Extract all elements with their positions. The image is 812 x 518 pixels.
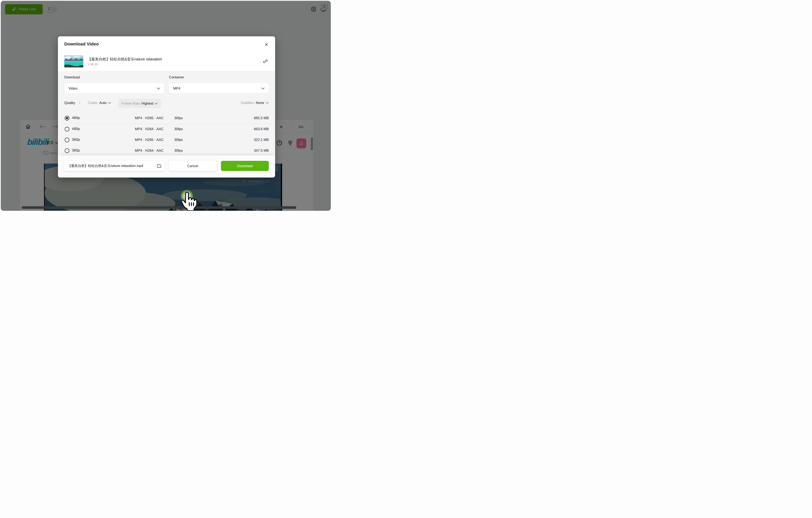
format-option-row[interactable]: 360p MP4 · H264 · AAC 30fps 347.5 MB bbox=[64, 145, 269, 155]
subtitles-value: None bbox=[256, 101, 264, 105]
framerate-value: Highest bbox=[142, 101, 153, 105]
format-codec: MP4 · H265 · AAC bbox=[135, 116, 164, 120]
format-resolution: 480p bbox=[72, 127, 80, 131]
format-fps: 30fps bbox=[174, 127, 183, 131]
format-option-row[interactable]: 480p MP4 · H265 · AAC 30fps 685.5 MB bbox=[64, 113, 269, 124]
container-value: MP4 bbox=[173, 86, 180, 90]
copy-link-button[interactable] bbox=[262, 58, 268, 64]
format-size: 347.5 MB bbox=[254, 149, 269, 153]
format-codec: MP4 · H264 · AAC bbox=[135, 127, 164, 131]
format-fps: 30fps bbox=[174, 116, 183, 120]
format-fps: 30fps bbox=[174, 138, 183, 142]
format-resolution: 360p bbox=[72, 138, 80, 142]
download-section-label: Download bbox=[64, 75, 80, 79]
format-option-row[interactable]: 480p MP4 · H264 · AAC 30fps 663.6 MB bbox=[64, 124, 269, 134]
quality-options-row: Quality i Codec Auto Frame Rate Highest bbox=[64, 99, 269, 108]
download-label: Download bbox=[237, 164, 253, 168]
dialog-header: Download Video ✕ bbox=[58, 36, 275, 71]
filename-input[interactable]: 【最美自然】轻松自然&音乐nature relaxation.mp4 bbox=[64, 161, 164, 171]
codec-value: Auto bbox=[99, 101, 107, 105]
info-icon[interactable]: i bbox=[79, 101, 80, 105]
subtitles-label: Subtitles bbox=[241, 101, 254, 105]
container-select[interactable]: MP4 bbox=[169, 83, 269, 93]
chevron-down-icon bbox=[157, 86, 160, 90]
radio-button[interactable] bbox=[65, 138, 69, 142]
framerate-dropdown[interactable]: Frame Rate Highest bbox=[118, 99, 161, 108]
screen: Paste Link bbox=[0, 0, 331, 212]
dialog-title: Download Video bbox=[64, 41, 99, 47]
codec-label: Codec bbox=[88, 101, 98, 105]
format-resolution: 480p bbox=[72, 116, 80, 120]
codec-dropdown[interactable]: Codec Auto bbox=[88, 101, 111, 105]
app-window: Paste Link bbox=[1, 1, 331, 211]
radio-button[interactable] bbox=[65, 116, 69, 120]
dialog-close-button[interactable]: ✕ bbox=[263, 41, 270, 48]
chevron-down-icon bbox=[266, 101, 269, 105]
dialog-footer: 【最美自然】轻松自然&音乐nature relaxation.mp4 Cance… bbox=[58, 155, 275, 178]
format-resolution: 360p bbox=[72, 148, 80, 153]
format-size: 322.1 MB bbox=[254, 138, 269, 142]
video-thumbnail bbox=[64, 55, 83, 67]
cancel-button[interactable]: Cancel bbox=[169, 161, 217, 171]
video-duration: 1:36:35 bbox=[87, 62, 98, 66]
format-size: 685.5 MB bbox=[254, 116, 269, 120]
radio-button[interactable] bbox=[65, 148, 69, 153]
close-icon: ✕ bbox=[265, 42, 268, 47]
download-type-select[interactable]: Video bbox=[64, 83, 164, 93]
chevron-down-icon bbox=[155, 101, 157, 105]
format-codec: MP4 · H264 · AAC bbox=[135, 149, 164, 153]
download-button[interactable]: Download bbox=[221, 161, 269, 171]
radio-button[interactable] bbox=[65, 127, 69, 131]
format-fps: 30fps bbox=[174, 149, 183, 153]
chevron-down-icon bbox=[261, 86, 264, 90]
download-type-value: Video bbox=[68, 86, 78, 90]
folder-icon[interactable] bbox=[157, 163, 162, 169]
format-list: 480p MP4 · H265 · AAC 30fps 685.5 MB 480… bbox=[64, 113, 269, 155]
download-video-dialog: Download Video ✕ bbox=[58, 36, 275, 178]
framerate-label: Frame Rate bbox=[122, 101, 140, 105]
format-option-row[interactable]: 360p MP4 · H265 · AAC 30fps 322.1 MB bbox=[64, 134, 269, 145]
filename-value: 【最美自然】轻松自然&音乐nature relaxation.mp4 bbox=[68, 164, 143, 168]
link-icon bbox=[262, 61, 268, 65]
quality-label: Quality bbox=[64, 101, 75, 105]
subtitles-dropdown[interactable]: Subtitles None bbox=[241, 101, 269, 105]
chevron-down-icon bbox=[108, 101, 111, 105]
format-size: 663.6 MB bbox=[254, 127, 269, 131]
format-codec: MP4 · H265 · AAC bbox=[135, 138, 164, 142]
container-section-label: Container bbox=[169, 75, 184, 79]
header-divider bbox=[64, 51, 269, 52]
video-title: 【最美自然】轻松自然&音乐nature relaxation bbox=[88, 57, 162, 62]
cancel-label: Cancel bbox=[187, 164, 198, 168]
